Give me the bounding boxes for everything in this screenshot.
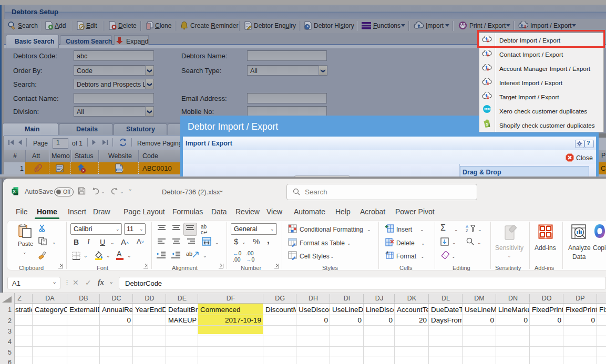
svg-text:S: S: [486, 122, 488, 127]
svg-text:X: X: [13, 189, 16, 194]
svg-text:XERO: XERO: [484, 108, 491, 111]
svg-text:WWW: WWW: [117, 169, 124, 171]
svg-text:Z: Z: [466, 228, 468, 233]
